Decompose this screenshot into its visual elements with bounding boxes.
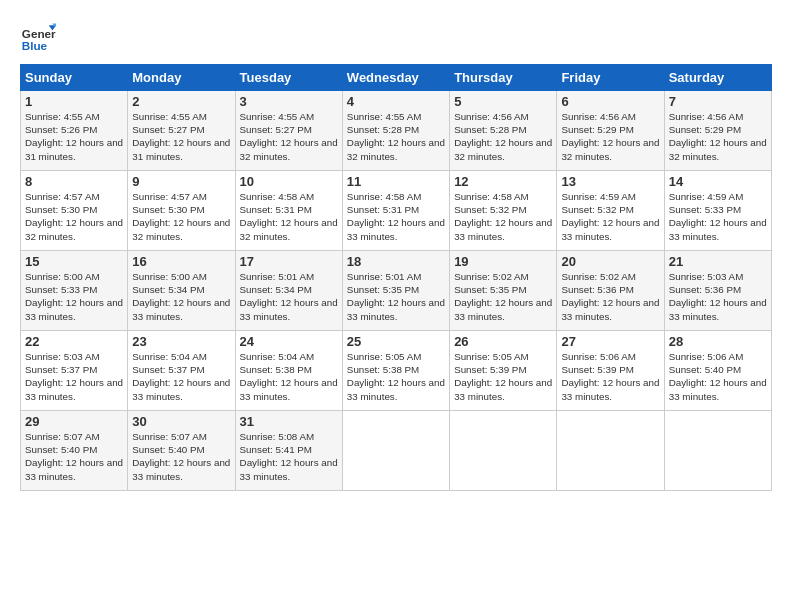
- calendar-cell: 13 Sunrise: 4:59 AMSunset: 5:32 PMDaylig…: [557, 171, 664, 251]
- day-detail: Sunrise: 4:55 AMSunset: 5:27 PMDaylight:…: [132, 110, 230, 163]
- day-detail: Sunrise: 5:02 AMSunset: 5:36 PMDaylight:…: [561, 270, 659, 323]
- day-detail: Sunrise: 4:59 AMSunset: 5:32 PMDaylight:…: [561, 190, 659, 243]
- calendar-cell: 22 Sunrise: 5:03 AMSunset: 5:37 PMDaylig…: [21, 331, 128, 411]
- day-detail: Sunrise: 5:06 AMSunset: 5:40 PMDaylight:…: [669, 350, 767, 403]
- day-detail: Sunrise: 4:55 AMSunset: 5:26 PMDaylight:…: [25, 110, 123, 163]
- calendar-cell: 16 Sunrise: 5:00 AMSunset: 5:34 PMDaylig…: [128, 251, 235, 331]
- day-number: 23: [132, 334, 230, 349]
- calendar-cell: 26 Sunrise: 5:05 AMSunset: 5:39 PMDaylig…: [450, 331, 557, 411]
- svg-text:Blue: Blue: [22, 39, 48, 52]
- day-number: 16: [132, 254, 230, 269]
- calendar-cell: 9 Sunrise: 4:57 AMSunset: 5:30 PMDayligh…: [128, 171, 235, 251]
- day-number: 7: [669, 94, 767, 109]
- weekday-header: Friday: [557, 65, 664, 91]
- day-detail: Sunrise: 5:07 AMSunset: 5:40 PMDaylight:…: [132, 430, 230, 483]
- day-detail: Sunrise: 5:04 AMSunset: 5:37 PMDaylight:…: [132, 350, 230, 403]
- day-detail: Sunrise: 5:02 AMSunset: 5:35 PMDaylight:…: [454, 270, 552, 323]
- day-detail: Sunrise: 5:05 AMSunset: 5:38 PMDaylight:…: [347, 350, 445, 403]
- calendar-cell: 23 Sunrise: 5:04 AMSunset: 5:37 PMDaylig…: [128, 331, 235, 411]
- day-number: 28: [669, 334, 767, 349]
- day-detail: Sunrise: 4:56 AMSunset: 5:29 PMDaylight:…: [561, 110, 659, 163]
- calendar-cell: 7 Sunrise: 4:56 AMSunset: 5:29 PMDayligh…: [664, 91, 771, 171]
- day-detail: Sunrise: 5:00 AMSunset: 5:34 PMDaylight:…: [132, 270, 230, 323]
- day-detail: Sunrise: 5:04 AMSunset: 5:38 PMDaylight:…: [240, 350, 338, 403]
- weekday-header: Saturday: [664, 65, 771, 91]
- calendar-cell: 19 Sunrise: 5:02 AMSunset: 5:35 PMDaylig…: [450, 251, 557, 331]
- day-number: 19: [454, 254, 552, 269]
- day-number: 20: [561, 254, 659, 269]
- day-detail: Sunrise: 5:05 AMSunset: 5:39 PMDaylight:…: [454, 350, 552, 403]
- logo: General Blue: [20, 18, 60, 54]
- day-detail: Sunrise: 4:55 AMSunset: 5:27 PMDaylight:…: [240, 110, 338, 163]
- day-number: 18: [347, 254, 445, 269]
- day-number: 14: [669, 174, 767, 189]
- day-number: 31: [240, 414, 338, 429]
- weekday-header: Sunday: [21, 65, 128, 91]
- day-detail: Sunrise: 4:57 AMSunset: 5:30 PMDaylight:…: [25, 190, 123, 243]
- day-number: 10: [240, 174, 338, 189]
- day-number: 12: [454, 174, 552, 189]
- calendar-cell: 10 Sunrise: 4:58 AMSunset: 5:31 PMDaylig…: [235, 171, 342, 251]
- logo-icon: General Blue: [20, 18, 56, 54]
- day-detail: Sunrise: 5:03 AMSunset: 5:37 PMDaylight:…: [25, 350, 123, 403]
- day-detail: Sunrise: 5:08 AMSunset: 5:41 PMDaylight:…: [240, 430, 338, 483]
- weekday-header: Wednesday: [342, 65, 449, 91]
- day-detail: Sunrise: 4:56 AMSunset: 5:29 PMDaylight:…: [669, 110, 767, 163]
- calendar-cell: 14 Sunrise: 4:59 AMSunset: 5:33 PMDaylig…: [664, 171, 771, 251]
- weekday-header: Monday: [128, 65, 235, 91]
- day-number: 30: [132, 414, 230, 429]
- day-number: 26: [454, 334, 552, 349]
- calendar-cell: [342, 411, 449, 491]
- day-number: 24: [240, 334, 338, 349]
- day-number: 11: [347, 174, 445, 189]
- day-detail: Sunrise: 5:06 AMSunset: 5:39 PMDaylight:…: [561, 350, 659, 403]
- day-number: 5: [454, 94, 552, 109]
- calendar-cell: 1 Sunrise: 4:55 AMSunset: 5:26 PMDayligh…: [21, 91, 128, 171]
- calendar-cell: 31 Sunrise: 5:08 AMSunset: 5:41 PMDaylig…: [235, 411, 342, 491]
- calendar-cell: 5 Sunrise: 4:56 AMSunset: 5:28 PMDayligh…: [450, 91, 557, 171]
- calendar-cell: [557, 411, 664, 491]
- day-detail: Sunrise: 5:01 AMSunset: 5:35 PMDaylight:…: [347, 270, 445, 323]
- day-detail: Sunrise: 5:07 AMSunset: 5:40 PMDaylight:…: [25, 430, 123, 483]
- day-number: 8: [25, 174, 123, 189]
- calendar-cell: [450, 411, 557, 491]
- day-detail: Sunrise: 4:59 AMSunset: 5:33 PMDaylight:…: [669, 190, 767, 243]
- day-number: 22: [25, 334, 123, 349]
- calendar-cell: 12 Sunrise: 4:58 AMSunset: 5:32 PMDaylig…: [450, 171, 557, 251]
- day-number: 25: [347, 334, 445, 349]
- day-number: 29: [25, 414, 123, 429]
- calendar-table: SundayMondayTuesdayWednesdayThursdayFrid…: [20, 64, 772, 491]
- calendar-cell: 11 Sunrise: 4:58 AMSunset: 5:31 PMDaylig…: [342, 171, 449, 251]
- svg-text:General: General: [22, 27, 56, 40]
- calendar-cell: 3 Sunrise: 4:55 AMSunset: 5:27 PMDayligh…: [235, 91, 342, 171]
- day-number: 9: [132, 174, 230, 189]
- page: General Blue SundayMondayTuesdayWednesda…: [0, 0, 792, 503]
- calendar-cell: 25 Sunrise: 5:05 AMSunset: 5:38 PMDaylig…: [342, 331, 449, 411]
- day-detail: Sunrise: 4:55 AMSunset: 5:28 PMDaylight:…: [347, 110, 445, 163]
- day-detail: Sunrise: 4:58 AMSunset: 5:31 PMDaylight:…: [240, 190, 338, 243]
- calendar-cell: [664, 411, 771, 491]
- day-number: 1: [25, 94, 123, 109]
- day-number: 3: [240, 94, 338, 109]
- day-number: 13: [561, 174, 659, 189]
- calendar-cell: 18 Sunrise: 5:01 AMSunset: 5:35 PMDaylig…: [342, 251, 449, 331]
- day-detail: Sunrise: 5:03 AMSunset: 5:36 PMDaylight:…: [669, 270, 767, 323]
- calendar-cell: 8 Sunrise: 4:57 AMSunset: 5:30 PMDayligh…: [21, 171, 128, 251]
- calendar-cell: 17 Sunrise: 5:01 AMSunset: 5:34 PMDaylig…: [235, 251, 342, 331]
- day-detail: Sunrise: 4:57 AMSunset: 5:30 PMDaylight:…: [132, 190, 230, 243]
- calendar-cell: 2 Sunrise: 4:55 AMSunset: 5:27 PMDayligh…: [128, 91, 235, 171]
- calendar-cell: 29 Sunrise: 5:07 AMSunset: 5:40 PMDaylig…: [21, 411, 128, 491]
- day-detail: Sunrise: 4:58 AMSunset: 5:31 PMDaylight:…: [347, 190, 445, 243]
- day-number: 6: [561, 94, 659, 109]
- weekday-header: Thursday: [450, 65, 557, 91]
- day-number: 15: [25, 254, 123, 269]
- weekday-header: Tuesday: [235, 65, 342, 91]
- calendar-cell: 21 Sunrise: 5:03 AMSunset: 5:36 PMDaylig…: [664, 251, 771, 331]
- day-number: 21: [669, 254, 767, 269]
- day-number: 2: [132, 94, 230, 109]
- day-detail: Sunrise: 5:00 AMSunset: 5:33 PMDaylight:…: [25, 270, 123, 323]
- calendar-cell: 20 Sunrise: 5:02 AMSunset: 5:36 PMDaylig…: [557, 251, 664, 331]
- day-number: 27: [561, 334, 659, 349]
- calendar-cell: 4 Sunrise: 4:55 AMSunset: 5:28 PMDayligh…: [342, 91, 449, 171]
- calendar-cell: 27 Sunrise: 5:06 AMSunset: 5:39 PMDaylig…: [557, 331, 664, 411]
